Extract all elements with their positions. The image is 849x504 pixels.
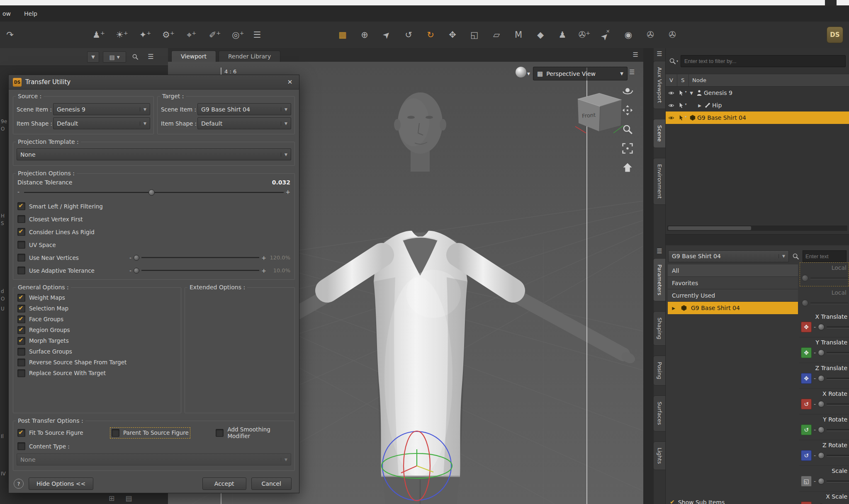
viewport-pane-menu-icon[interactable]: ☰	[633, 51, 638, 58]
source-item-shape-select[interactable]: Default▼	[53, 117, 150, 129]
cancel-button[interactable]: Cancel	[251, 477, 292, 490]
orbit-icon[interactable]	[620, 83, 635, 99]
add-null-icon[interactable]: ◎⁺	[230, 25, 246, 44]
pane-menu-icon[interactable]: ☰	[657, 247, 662, 255]
pane-menu-icon[interactable]: ☰	[145, 51, 156, 62]
column-visibility[interactable]: V	[666, 74, 677, 86]
param-x-rotate[interactable]: X Rotate ↺ -	[799, 389, 849, 414]
nudge-down[interactable]: -	[814, 401, 816, 407]
zoom-icon[interactable]	[620, 121, 635, 137]
scene-row-g9-base-shirt-04[interactable]: ▾ G9 Base Shirt 04	[666, 111, 849, 124]
checkbox[interactable]	[17, 241, 25, 249]
slider-track[interactable]	[827, 480, 849, 482]
panel-divider[interactable]	[666, 234, 849, 246]
target-item-shape-select[interactable]: Default▼	[197, 117, 291, 129]
source-scene-item-select[interactable]: Genesis 9▼	[53, 103, 150, 115]
param-x-translate[interactable]: X Translate ✥ -	[799, 312, 849, 337]
scale-tool-icon[interactable]: ◱	[466, 25, 483, 44]
param-z-translate[interactable]: Z Translate ✥ -	[799, 363, 849, 389]
lens-icon[interactable]: ◉	[620, 25, 637, 44]
filter-currently-used[interactable]: Currently Used	[668, 289, 798, 302]
tab-surfaces[interactable]: Surfaces	[653, 395, 665, 431]
slider-knob[interactable]	[818, 478, 825, 485]
scene-horizontal-scrollbar[interactable]	[667, 225, 847, 231]
scene-row-hip[interactable]: ▾ ▶ Hip	[666, 99, 849, 111]
camera-add-icon[interactable]: ✇⁺	[576, 25, 593, 44]
slider-track[interactable]	[827, 455, 849, 456]
render-sphere-dropdown-icon[interactable]: ▼	[527, 72, 530, 76]
nudge-down[interactable]: -	[814, 426, 816, 433]
slider-track[interactable]	[827, 429, 849, 431]
add-gear-icon[interactable]: ⚙⁺	[160, 25, 177, 44]
checkbox[interactable]	[17, 348, 25, 356]
expand-icon[interactable]: ▶	[696, 103, 703, 108]
tab-viewport[interactable]: Viewport	[171, 51, 216, 62]
expand-icon[interactable]: ▼	[688, 91, 695, 95]
tab-shaping[interactable]: Shaping	[653, 311, 665, 346]
param-y-translate[interactable]: Y Translate ✥ -	[799, 337, 849, 363]
projection-template-select[interactable]: None▼	[17, 148, 291, 160]
render-preview-sphere-icon[interactable]	[516, 67, 526, 78]
cursor-tool-icon[interactable]: ➤	[374, 22, 399, 48]
param-z-rotate[interactable]: Z Rotate ↺ -	[799, 440, 849, 466]
nudge-down[interactable]: -	[814, 452, 816, 459]
checkbox[interactable]	[17, 337, 25, 345]
param-local-row[interactable]: Local	[799, 287, 849, 312]
slider-knob[interactable]	[818, 324, 825, 330]
target-scene-item-select[interactable]: G9 Base Shirt 04▼	[197, 103, 291, 115]
checkbox[interactable]	[17, 315, 25, 323]
tab-posing[interactable]: Posing	[653, 356, 665, 385]
camera-gear-icon[interactable]: ✇	[642, 25, 659, 44]
nudge-down[interactable]: -	[814, 375, 816, 382]
figure-icon[interactable]: ♟	[554, 25, 571, 44]
rotate-cursor-icon[interactable]: ↺	[400, 25, 417, 44]
menu-help[interactable]: Help	[24, 10, 37, 17]
nudge-down[interactable]: -	[814, 478, 816, 485]
checkbox[interactable]	[112, 429, 119, 437]
search-icon[interactable]	[792, 253, 799, 260]
checkbox[interactable]	[17, 215, 25, 223]
option-slider[interactable]: -+	[129, 267, 266, 274]
scrollbar-thumb[interactable]	[668, 226, 751, 230]
left-pane-dropdown[interactable]: ▼	[87, 51, 99, 63]
translate-tool-icon[interactable]: ✥	[444, 25, 461, 44]
param-y-rotate[interactable]: Y Rotate ↺ -	[799, 414, 849, 440]
add-light-icon[interactable]: ☀⁺	[114, 25, 130, 44]
eye-icon[interactable]	[666, 102, 677, 109]
checkbox[interactable]	[17, 202, 25, 210]
accept-button[interactable]: Accept	[202, 477, 246, 490]
checkbox[interactable]	[17, 228, 25, 236]
param-scale[interactable]: Scale ◱ -	[799, 466, 849, 492]
geometry-icon[interactable]: ◆	[532, 25, 549, 44]
slider-knob[interactable]	[818, 375, 825, 382]
checkbox[interactable]	[17, 294, 25, 302]
frame-icon[interactable]	[620, 141, 635, 156]
help-button[interactable]: ?	[14, 479, 24, 489]
parameters-filter-input[interactable]	[803, 250, 847, 262]
pan-icon[interactable]	[620, 102, 635, 118]
scene-filter-input[interactable]	[681, 55, 846, 67]
slider-knob[interactable]	[818, 349, 825, 356]
nudge-down[interactable]: -	[814, 349, 816, 356]
cursor-add-icon[interactable]: ➤⁺	[594, 22, 619, 48]
redo-icon[interactable]: ↷	[2, 25, 18, 44]
hide-options-button[interactable]: Hide Options <<	[29, 477, 93, 490]
animate-icon[interactable]: M	[510, 25, 527, 44]
add-spotlight-icon[interactable]: ⌖⁺	[183, 25, 200, 44]
eye-icon[interactable]	[666, 90, 677, 96]
tab-render-library[interactable]: Render Library	[219, 51, 280, 62]
column-selectability[interactable]: S	[677, 74, 689, 86]
slider-track[interactable]	[827, 352, 849, 354]
camera-view-selector[interactable]: ▦ Perspective View ▼	[533, 67, 628, 80]
slider-knob[interactable]	[818, 401, 825, 407]
checkbox[interactable]	[17, 369, 25, 377]
checkbox[interactable]	[17, 359, 25, 366]
layers-icon[interactable]: ▤▼	[103, 51, 126, 63]
select-cursor-icon[interactable]: ▾	[677, 90, 688, 96]
add-figure-icon[interactable]: ♟⁺	[90, 25, 107, 44]
scene-row-genesis-9[interactable]: ▾ ▼ Genesis 9	[666, 87, 849, 99]
checkbox[interactable]	[17, 429, 25, 437]
close-icon[interactable]: ✕	[285, 78, 295, 86]
filter-favorites[interactable]: Favorites	[668, 277, 798, 289]
parameters-selected-node[interactable]: ▶ G9 Base Shirt 04	[668, 302, 798, 314]
